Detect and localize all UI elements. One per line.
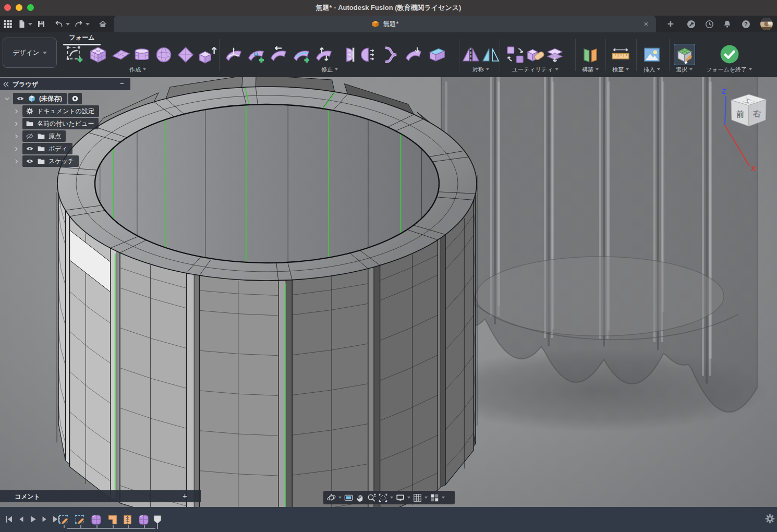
step-back-button[interactable] bbox=[16, 514, 26, 524]
mirror-symmetry-icon[interactable] bbox=[461, 45, 481, 65]
help-icon[interactable]: ? bbox=[741, 19, 751, 29]
notifications-icon[interactable] bbox=[722, 19, 732, 29]
browser-item-named-views[interactable]: 名前の付いたビュー bbox=[13, 118, 99, 129]
chevron-right-icon[interactable] bbox=[13, 158, 20, 165]
chevron-right-icon[interactable] bbox=[13, 145, 20, 153]
browser-item-document[interactable]: (未保存) bbox=[3, 93, 82, 104]
save-icon[interactable] bbox=[37, 19, 46, 29]
timeline-face-feature[interactable] bbox=[106, 514, 118, 526]
pull-icon[interactable] bbox=[404, 45, 423, 65]
add-comment-button[interactable]: + bbox=[183, 491, 187, 500]
file-new-caret[interactable] bbox=[28, 23, 32, 26]
visibility-off-icon[interactable] bbox=[26, 132, 34, 140]
look-at-icon[interactable] bbox=[344, 493, 354, 503]
group-modify-label[interactable]: 修正 bbox=[321, 66, 338, 73]
subdivide-icon[interactable] bbox=[314, 45, 334, 65]
measure-icon[interactable] bbox=[611, 45, 630, 65]
timeline-marker[interactable] bbox=[152, 512, 163, 529]
app-grid-icon[interactable] bbox=[3, 19, 13, 29]
extrude-icon[interactable] bbox=[198, 45, 217, 65]
undo-caret[interactable] bbox=[66, 23, 70, 26]
uncrease-icon[interactable] bbox=[359, 45, 379, 65]
visibility-icon[interactable] bbox=[26, 157, 34, 165]
timeline-sketch-2[interactable] bbox=[74, 514, 86, 526]
job-status-icon[interactable] bbox=[705, 19, 714, 29]
new-tab-button[interactable]: + bbox=[664, 18, 677, 30]
clear-symmetry-icon[interactable] bbox=[481, 45, 501, 65]
construct-plane-icon[interactable] bbox=[580, 45, 600, 65]
tab-form[interactable]: フォーム bbox=[62, 33, 102, 42]
group-finish-label[interactable]: フォームを終了 bbox=[706, 66, 752, 73]
play-button[interactable] bbox=[28, 514, 38, 524]
visibility-icon[interactable] bbox=[16, 94, 25, 103]
avatar[interactable] bbox=[760, 17, 773, 31]
cylinder-icon[interactable] bbox=[132, 45, 152, 65]
chevron-down-icon[interactable] bbox=[3, 95, 11, 103]
group-create-label[interactable]: 作成 bbox=[129, 66, 146, 73]
grid-settings-icon[interactable] bbox=[412, 493, 422, 503]
3d-scene[interactable]: ZX前右上 bbox=[0, 77, 777, 507]
redo-icon[interactable] bbox=[74, 19, 83, 29]
group-symmetry-label[interactable]: 対称 bbox=[472, 66, 489, 73]
document-tab-title: 無題* bbox=[383, 20, 399, 29]
crease-icon[interactable] bbox=[336, 45, 356, 65]
chevron-right-icon[interactable] bbox=[13, 132, 20, 140]
bevel-edge-icon[interactable] bbox=[427, 45, 447, 65]
plane-icon[interactable] bbox=[111, 45, 131, 65]
undo-icon[interactable] bbox=[54, 19, 64, 29]
browser-minimize[interactable]: − bbox=[120, 80, 124, 88]
tab-close-button[interactable]: × bbox=[641, 19, 651, 29]
group-insert-label[interactable]: 挿入 bbox=[644, 66, 660, 73]
file-new-icon[interactable] bbox=[17, 19, 27, 29]
delete-icon[interactable] bbox=[525, 45, 545, 65]
display-settings-icon[interactable] bbox=[395, 493, 405, 503]
insert-edge-icon[interactable] bbox=[292, 45, 311, 65]
browser-item-settings[interactable]: ドキュメントの設定 bbox=[13, 105, 99, 117]
browser-header[interactable]: ブラウザ − bbox=[0, 78, 130, 90]
redo-caret[interactable] bbox=[86, 23, 90, 26]
document-tab[interactable]: 無題* × bbox=[114, 16, 656, 32]
viewport-3d[interactable]: ZX前右上 ブラウザ − (未保存) ドキュメントの設定 名前の付いたビュー 原… bbox=[0, 77, 777, 507]
go-to-start-button[interactable] bbox=[4, 514, 14, 524]
timeline-form-2[interactable] bbox=[138, 514, 150, 526]
merge-edge-icon[interactable] bbox=[269, 45, 288, 65]
workspace-menu-button[interactable]: デザイン bbox=[3, 38, 57, 68]
chevron-right-icon[interactable] bbox=[13, 120, 20, 128]
fit-icon[interactable] bbox=[378, 493, 388, 503]
in-home-view-icon[interactable] bbox=[68, 93, 82, 104]
timeline-form-1[interactable] bbox=[90, 514, 102, 526]
group-inspect-label[interactable]: 検査 bbox=[612, 66, 629, 73]
visibility-icon[interactable] bbox=[26, 144, 34, 153]
display-mode-icon[interactable] bbox=[545, 45, 565, 65]
create-form-icon[interactable] bbox=[65, 45, 85, 65]
box-icon[interactable] bbox=[88, 45, 108, 65]
insert-point-icon[interactable] bbox=[246, 45, 266, 65]
quadball-icon[interactable] bbox=[176, 45, 196, 65]
group-utility-label[interactable]: ユーティリティ bbox=[512, 66, 559, 73]
comments-bar[interactable]: コメント + bbox=[0, 490, 201, 502]
timeline-settings-gear-icon[interactable] bbox=[764, 513, 775, 524]
browser-item-bodies[interactable]: ボディ bbox=[13, 143, 72, 154]
pan-icon[interactable] bbox=[355, 493, 365, 503]
timeline-sketch-1[interactable] bbox=[58, 514, 70, 526]
home-icon[interactable] bbox=[98, 19, 107, 29]
browser-item-origin[interactable]: 原点 bbox=[13, 130, 66, 142]
extensions-icon[interactable] bbox=[686, 19, 696, 29]
group-construct-label[interactable]: 構築 bbox=[582, 66, 599, 73]
convert-icon[interactable] bbox=[505, 45, 525, 65]
slide-edge-icon[interactable] bbox=[381, 45, 401, 65]
viewports-icon[interactable] bbox=[430, 493, 440, 503]
orbit-icon[interactable] bbox=[326, 493, 336, 503]
browser-item-sketches[interactable]: スケッチ bbox=[13, 155, 79, 167]
edit-form-icon[interactable] bbox=[224, 45, 244, 65]
sphere-icon[interactable] bbox=[154, 45, 174, 65]
step-forward-button[interactable] bbox=[40, 514, 50, 524]
chevron-right-icon[interactable] bbox=[13, 107, 20, 115]
timeline-stitch-feature[interactable] bbox=[122, 514, 133, 526]
group-select-label[interactable]: 選択 bbox=[676, 66, 693, 73]
zoom-icon[interactable] bbox=[367, 493, 377, 503]
insert-canvas-icon[interactable] bbox=[642, 45, 662, 65]
folder-icon bbox=[37, 132, 45, 140]
browser-collapse-icon[interactable] bbox=[2, 80, 10, 88]
finish-form-icon[interactable] bbox=[720, 44, 739, 64]
